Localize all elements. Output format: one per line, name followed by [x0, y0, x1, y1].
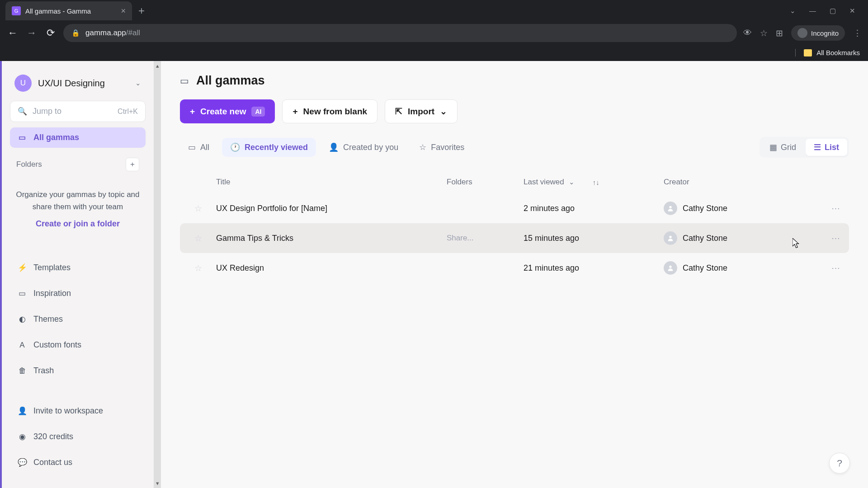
- row-last-viewed: 21 minutes ago: [524, 263, 664, 273]
- search-icon: 🔍: [18, 107, 27, 116]
- plus-icon: +: [190, 107, 195, 117]
- svg-point-0: [669, 206, 671, 208]
- chevron-down-icon: ⌄: [440, 106, 447, 117]
- row-title: UX Redesign: [216, 263, 447, 273]
- extensions-icon[interactable]: ⊞: [776, 28, 783, 38]
- reload-button[interactable]: ⟳: [44, 27, 57, 39]
- page-header: ▭ All gammas: [180, 74, 849, 88]
- table-row[interactable]: ☆ UX Redesign 21 minutes ago Cathy Stone…: [180, 253, 849, 283]
- create-new-button[interactable]: + Create new AI: [180, 99, 275, 123]
- row-title: UX Design Portfolio for [Name]: [216, 204, 447, 213]
- url-bar[interactable]: 🔒 gamma.app/#all: [63, 24, 737, 42]
- palette-icon: ◐: [17, 314, 27, 324]
- sidebar-item-themes[interactable]: ◐ Themes: [10, 309, 146, 329]
- tab-favorites[interactable]: ☆ Favorites: [411, 138, 472, 157]
- import-button[interactable]: ⇱ Import ⌄: [385, 99, 458, 123]
- tab-created-by-you[interactable]: 👤 Created by you: [321, 138, 406, 157]
- row-more-button[interactable]: ⋯: [822, 203, 849, 214]
- coin-icon: ◉: [17, 432, 27, 441]
- chevron-down-icon[interactable]: ⌄: [790, 7, 796, 15]
- create-folder-link[interactable]: Create or join a folder: [15, 217, 140, 230]
- filter-tabs: ▭ All 🕐 Recently viewed 👤 Created by you…: [180, 138, 472, 157]
- tab-all[interactable]: ▭ All: [180, 138, 217, 157]
- forward-button[interactable]: →: [25, 27, 38, 39]
- view-grid-button[interactable]: ▦ Grid: [761, 139, 804, 156]
- sidebar-item-templates[interactable]: ⚡ Templates: [10, 258, 146, 278]
- new-blank-button[interactable]: + New from blank: [282, 99, 377, 123]
- eye-off-icon[interactable]: 👁: [743, 28, 752, 38]
- favorite-star-button[interactable]: ☆: [180, 233, 216, 244]
- user-plus-icon: 👤: [17, 406, 27, 416]
- search-input[interactable]: 🔍 Jump to Ctrl+K: [10, 101, 146, 122]
- stack-icon: ▭: [188, 142, 196, 152]
- row-title: Gamma Tips & Tricks: [216, 234, 447, 243]
- column-title[interactable]: Title: [216, 178, 447, 187]
- workspace-name: UX/UI Designing: [38, 78, 129, 89]
- close-window-icon[interactable]: ✕: [849, 7, 855, 15]
- sidebar-item-credits[interactable]: ◉ 320 credits: [10, 427, 146, 447]
- url-text: gamma.app/#all: [85, 28, 140, 38]
- avatar: [664, 202, 677, 215]
- folder-cta: Organize your gammas by topic and share …: [10, 181, 146, 238]
- nav-bar: ← → ⟳ 🔒 gamma.app/#all 👁 ☆ ⊞ Incognito ⋮: [0, 22, 868, 44]
- window-controls: ⌄ — ▢ ✕: [790, 7, 863, 15]
- sidebar-item-inspiration[interactable]: ▭ Inspiration: [10, 283, 146, 304]
- incognito-icon: [797, 28, 807, 38]
- table-row[interactable]: ☆ UX Design Portfolio for [Name] 2 minut…: [180, 193, 849, 223]
- column-creator[interactable]: Creator: [664, 178, 822, 187]
- scroll-up-icon: ▴: [156, 62, 159, 69]
- row-more-button[interactable]: ⋯: [822, 263, 849, 273]
- menu-icon[interactable]: ⋮: [853, 28, 862, 38]
- svg-point-2: [669, 266, 671, 268]
- browser-tab[interactable]: G All gammas - Gamma ×: [5, 1, 132, 20]
- sidebar: U UX/UI Designing ⌄ 🔍 Jump to Ctrl+K ▭ A…: [0, 61, 154, 488]
- view-list-button[interactable]: ☰ List: [806, 139, 847, 156]
- back-button[interactable]: ←: [6, 27, 19, 39]
- table-row[interactable]: ☆ Gamma Tips & Tricks Share... 15 minute…: [180, 223, 849, 253]
- help-button[interactable]: ?: [829, 453, 850, 474]
- avatar: [664, 261, 677, 275]
- row-last-viewed: 2 minutes ago: [524, 204, 664, 213]
- view-toggle: ▦ Grid ☰ List: [760, 137, 849, 158]
- star-icon[interactable]: ☆: [760, 28, 768, 38]
- sort-icon: ↑↓: [593, 178, 599, 186]
- favorite-star-button[interactable]: ☆: [180, 203, 216, 214]
- table-body: ☆ UX Design Portfolio for [Name] 2 minut…: [180, 193, 849, 283]
- close-icon[interactable]: ×: [121, 6, 126, 16]
- scroll-down-icon: ▾: [156, 480, 159, 487]
- add-folder-button[interactable]: +: [126, 158, 139, 171]
- tab-recently-viewed[interactable]: 🕐 Recently viewed: [222, 138, 316, 157]
- maximize-icon[interactable]: ▢: [830, 7, 836, 15]
- incognito-badge[interactable]: Incognito: [791, 25, 845, 41]
- tab-bar: G All gammas - Gamma × + ⌄ — ▢ ✕: [0, 0, 868, 22]
- new-tab-button[interactable]: +: [138, 5, 145, 17]
- all-bookmarks-button[interactable]: All Bookmarks: [795, 49, 860, 56]
- row-folders[interactable]: Share...: [447, 234, 524, 243]
- chevron-down-icon: ⌄: [135, 79, 141, 87]
- book-icon: ▭: [17, 289, 27, 298]
- stack-icon: ▭: [180, 75, 189, 86]
- chevron-down-icon: ⌄: [569, 178, 575, 186]
- minimize-icon[interactable]: —: [809, 7, 816, 15]
- row-more-button[interactable]: ⋯: [822, 233, 849, 244]
- plus-icon: +: [292, 107, 297, 117]
- sidebar-item-invite[interactable]: 👤 Invite to workspace: [10, 401, 146, 421]
- sidebar-item-trash[interactable]: 🗑 Trash: [10, 361, 146, 381]
- sidebar-item-all-gammas[interactable]: ▭ All gammas: [10, 127, 146, 148]
- sidebar-item-custom-fonts[interactable]: A Custom fonts: [10, 335, 146, 355]
- workspace-selector[interactable]: U UX/UI Designing ⌄: [10, 71, 146, 95]
- page-title: All gammas: [196, 74, 265, 88]
- list-icon: ☰: [814, 142, 821, 152]
- column-folders[interactable]: Folders: [447, 178, 524, 187]
- app-container: U UX/UI Designing ⌄ 🔍 Jump to Ctrl+K ▭ A…: [0, 61, 868, 488]
- avatar: [664, 231, 677, 245]
- action-buttons: + Create new AI + New from blank ⇱ Impor…: [180, 99, 849, 123]
- favorite-star-button[interactable]: ☆: [180, 263, 216, 273]
- sidebar-item-contact[interactable]: 💬 Contact us: [10, 452, 146, 473]
- sidebar-scrollbar[interactable]: ▴ ▾: [154, 61, 161, 488]
- column-last-viewed[interactable]: Last viewed ⌄ ↑↓: [524, 178, 664, 187]
- lock-icon: 🔒: [71, 29, 80, 37]
- stack-icon: ▭: [17, 133, 27, 142]
- row-creator: Cathy Stone: [664, 202, 822, 215]
- row-creator: Cathy Stone: [664, 231, 822, 245]
